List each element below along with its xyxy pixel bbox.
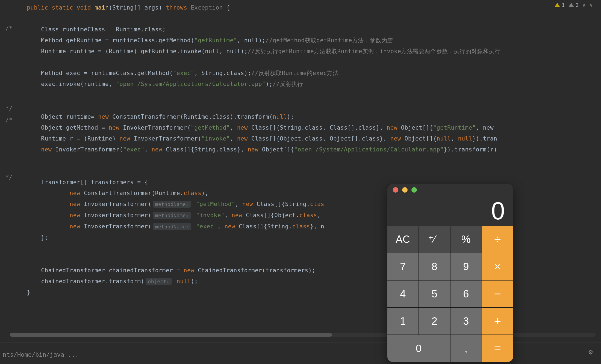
fold-marker[interactable]: /*	[5, 25, 12, 32]
code-line: public static void main(String[] args) t…	[13, 4, 230, 11]
multiply-button[interactable]: ×	[482, 253, 513, 280]
subtract-button[interactable]: −	[482, 281, 513, 307]
digit-8-button[interactable]: 8	[419, 253, 450, 280]
code-line: Object runtime= new ConstantTransformer(…	[13, 114, 294, 120]
calculator-display: 0	[387, 196, 513, 226]
code-line: new InvokerTransformer("exec", new Class…	[13, 146, 497, 153]
warning-icon	[555, 3, 560, 7]
param-hint: methodName:	[153, 223, 192, 230]
digit-6-button[interactable]: 6	[450, 281, 482, 307]
gear-icon[interactable]: ⚙	[588, 348, 593, 356]
code-line: Class runtimeClass = Runtime.class;	[13, 26, 166, 33]
code-line: ChainedTransformer chainedTransformer = …	[13, 267, 316, 274]
add-button[interactable]: +	[482, 308, 513, 335]
param-hint: methodName:	[153, 212, 192, 219]
decimal-button[interactable]: ,	[450, 335, 482, 362]
fold-marker[interactable]: /*	[5, 117, 12, 123]
warning-indicator-1[interactable]: 1	[555, 2, 565, 8]
code-line: new ConstantTransformer(Runtime.class),	[13, 190, 208, 196]
fold-marker[interactable]: */	[5, 105, 12, 112]
code-line: Runtime r = (Runtime) new InvokerTransfo…	[13, 135, 497, 142]
warning-indicator-2[interactable]: 2	[568, 2, 579, 8]
code-line: Object getMethod = new InvokerTransforme…	[13, 124, 494, 131]
calculator-keypad: AC ⁺∕₋ % ÷ 7 8 9 × 4 5 6 − 1 2 3 + 0 , =	[387, 226, 513, 362]
warning-count-2: 2	[576, 2, 579, 8]
code-line: chainedTransformer.transform(object: nul…	[13, 278, 198, 285]
digit-9-button[interactable]: 9	[450, 253, 482, 280]
scrollbar-thumb[interactable]	[10, 333, 332, 337]
code-line: }	[13, 289, 30, 296]
gutter	[0, 0, 10, 364]
percent-button[interactable]: %	[450, 226, 482, 253]
code-line: Method getRuntime = runtimeClass.getMeth…	[13, 37, 393, 44]
digit-7-button[interactable]: 7	[387, 253, 419, 280]
digit-4-button[interactable]: 4	[387, 281, 419, 307]
digit-3-button[interactable]: 3	[450, 308, 482, 335]
equals-button[interactable]: =	[482, 335, 513, 362]
weak-warning-icon	[568, 3, 574, 7]
plusminus-button[interactable]: ⁺∕₋	[419, 226, 450, 253]
param-hint: object:	[146, 278, 172, 285]
code-line: Runtime runtime = (Runtime) getRuntime.i…	[13, 48, 500, 55]
zoom-icon[interactable]	[411, 187, 417, 193]
digit-5-button[interactable]: 5	[419, 281, 450, 307]
code-line: };	[13, 234, 48, 241]
digit-2-button[interactable]: 2	[419, 308, 450, 335]
calculator-window: 0 AC ⁺∕₋ % ÷ 7 8 9 × 4 5 6 − 1 2 3 + 0 ,…	[387, 184, 513, 362]
warning-count-1: 1	[562, 2, 565, 8]
close-icon[interactable]	[393, 187, 398, 193]
nav-down-icon[interactable]: ∨	[590, 2, 593, 8]
inspection-indicators: 1 2 ∧ ∨	[555, 2, 593, 8]
code-line: exec.invoke(runtime, "open /System/Appli…	[13, 81, 303, 87]
nav-up-icon[interactable]: ∧	[582, 2, 586, 8]
digit-0-button[interactable]: 0	[387, 335, 450, 362]
minimize-icon[interactable]	[402, 187, 408, 193]
ac-button[interactable]: AC	[387, 226, 419, 253]
code-line: Transformer[] transformers = {	[13, 179, 148, 186]
digit-1-button[interactable]: 1	[387, 308, 419, 335]
fold-marker[interactable]: */	[5, 174, 12, 181]
divide-button[interactable]: ÷	[482, 226, 513, 253]
code-line: Method exec = runtimeClass.getMethod("ex…	[13, 70, 338, 76]
calculator-titlebar[interactable]	[387, 184, 513, 196]
param-hint: methodName:	[153, 201, 192, 208]
